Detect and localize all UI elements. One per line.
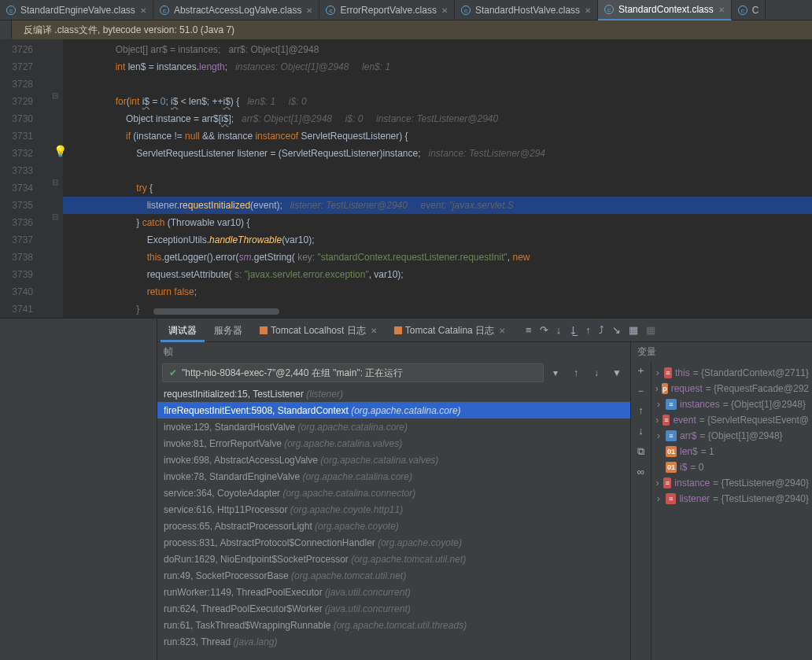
trace-icon[interactable]: ▦ [646,324,655,336]
stack-frame[interactable]: run:61, TaskThread$WrappingRunnable (org… [157,617,630,633]
var-type-icon: ≡ [663,415,670,426]
stack-frame[interactable]: fireRequestInitEvent:5908, StandardConte… [157,402,630,418]
expand-icon[interactable]: › [655,492,663,506]
stack-frame[interactable]: requestInitialized:15, TestListener (lis… [157,385,630,402]
tab-label: StandardContext.class [618,4,714,15]
debug-panel: 调试器 服务器 Tomcat Localhost 日志✕ Tomcat Cata… [0,318,812,660]
move-up-icon[interactable]: ↑ [631,404,651,425]
dropdown-arrow-icon[interactable]: ▾ [547,364,564,382]
fold-column[interactable]: ⊟ ⊟⊟ [47,39,63,318]
decompiled-banner: 反编译 .class文件, bytecode version: 51.0 (Ja… [0,20,812,39]
code-line: ServletRequestListener listener = (Servl… [63,145,812,162]
step-out-icon[interactable]: ↑ [585,324,591,336]
var-name: instances [680,397,720,411]
code-line: ExceptionUtils.handleThrowable(var10); [63,231,812,249]
file-icon: c [326,6,335,15]
code-editor[interactable]: 💡 372637273728 372937303731 373237333734… [0,39,812,318]
var-name: event [673,413,696,427]
filter-icon[interactable]: ▼ [608,364,626,382]
evaluate-icon[interactable]: ▦ [629,324,638,336]
expand-icon[interactable]: › [655,382,659,396]
force-step-into-icon[interactable]: ↓̲ [569,324,578,336]
stack-frame[interactable]: runWorker:1149, ThreadPoolExecutor (java… [157,584,630,600]
editor-tabs: c StandardEngineValve.class ✕ c Abstract… [0,0,812,20]
variable-row[interactable]: ›≡arr$ = {Object[1]@2948} [651,428,812,444]
variable-row[interactable]: ›prequest = {RequestFacade@292 [651,381,812,396]
prev-thread-icon[interactable]: ↑ [567,364,585,382]
stack-frame[interactable]: process:65, AbstractProcessorLight (org.… [157,518,630,534]
stack-frame[interactable]: invoke:698, AbstractAccessLogValve (org.… [157,452,630,468]
check-icon: ✔ [169,363,177,382]
tab-server[interactable]: 服务器 [206,319,250,342]
stack-frame[interactable]: service:616, Http11Processor (org.apache… [157,501,630,518]
add-watch-icon[interactable]: ＋ [631,363,651,384]
next-thread-icon[interactable]: ↓ [588,364,605,382]
code-line: return false; [63,283,812,301]
show-exec-point-icon[interactable]: ≡ [526,324,532,336]
tab-localhost-log[interactable]: Tomcat Localhost 日志✕ [252,319,385,342]
step-over-icon[interactable]: ↷ [540,324,548,336]
expand-icon[interactable]: › [655,397,663,411]
variable-row[interactable]: ›≡this = {StandardContext@2711} [651,365,812,381]
close-icon[interactable]: ✕ [499,326,505,335]
stack-frame[interactable]: service:364, CoyoteAdapter (org.apache.c… [157,485,630,501]
variable-row[interactable]: ›≡instance = {TestListener@2940} [651,475,812,491]
stack-frame[interactable]: invoke:129, StandardHostValve (org.apach… [157,418,630,435]
code-line: Object instance = arr$[i$]; arr$: Object… [63,110,812,127]
thread-selector: ✔ "http-nio-8084-exec-7"@2,440 在组 "main"… [162,363,626,382]
close-icon[interactable]: ✕ [306,6,312,15]
stack-frame[interactable]: doRun:1629, NioEndpoint$SocketProcessor … [157,551,630,567]
expand-icon[interactable]: › [655,429,663,443]
debug-tabs: 调试器 服务器 Tomcat Localhost 日志✕ Tomcat Cata… [157,319,812,342]
var-value: = {TestListener@2940} [713,492,809,506]
stack-frame[interactable]: run:49, SocketProcessorBase (org.apache.… [157,567,630,584]
close-icon[interactable]: ✕ [718,6,725,14]
variables-list[interactable]: ›≡this = {StandardContext@2711}›prequest… [651,362,812,660]
step-into-icon[interactable]: ↓ [556,324,562,336]
tab-abstractaccesslogvalve[interactable]: c AbstractAccessLogValve.class ✕ [153,0,320,20]
close-icon[interactable]: ✕ [585,6,591,15]
variable-row[interactable]: ›≡instances = {Object[1]@2948} [651,396,812,412]
var-type-icon: ≡ [666,430,677,441]
tab-overflow[interactable]: c C [732,0,766,20]
variable-row[interactable]: 01len$ = 1 [651,444,812,459]
tab-standardhostvalve[interactable]: c StandardHostValve.class ✕ [455,0,598,20]
code-area[interactable]: Object[] arr$ = instances; arr$: Object[… [63,39,812,318]
close-icon[interactable]: ✕ [140,6,146,15]
frames-pane: 帧 ✔ "http-nio-8084-exec-7"@2,440 在组 "mai… [157,342,631,660]
variable-row[interactable]: ›≡event = {ServletRequestEvent@ [651,412,812,428]
run-to-cursor-icon[interactable]: ↘ [612,324,621,336]
frames-list[interactable]: requestInitialized:15, TestListener (lis… [157,384,630,660]
tab-debugger[interactable]: 调试器 [161,319,205,342]
expand-icon[interactable]: › [655,366,661,380]
debug-toolbar: ≡ ↷ ↓ ↓̲ ↑ ⤴ ↘ ▦ ▦ [526,324,655,336]
close-icon[interactable]: ✕ [371,326,377,335]
expand-icon[interactable]: › [655,476,660,490]
stack-frame[interactable]: run:823, Thread (java.lang) [157,633,630,650]
tab-errorreportvalve[interactable]: c ErrorReportValve.class ✕ [319,0,454,20]
tab-standardenginevalve[interactable]: c StandardEngineValve.class ✕ [0,0,153,20]
var-value: = {TestListener@2940} [713,476,809,490]
horizontal-scrollbar[interactable] [126,308,812,316]
var-name: i$ [680,460,687,474]
close-icon[interactable]: ✕ [441,6,448,15]
var-name: instance [674,476,710,490]
code-line [63,76,812,93]
tab-standardcontext[interactable]: c StandardContext.class ✕ [598,0,732,20]
stack-frame[interactable]: invoke:81, ErrorReportValve (org.apache.… [157,435,630,452]
remove-watch-icon[interactable]: － [631,384,651,404]
tab-catalina-log[interactable]: Tomcat Catalina 日志✕ [386,319,513,342]
thread-dropdown[interactable]: ✔ "http-nio-8084-exec-7"@2,440 在组 "main"… [162,363,544,382]
move-down-icon[interactable]: ↓ [631,425,651,445]
var-name: arr$ [680,429,696,443]
variable-row[interactable]: 01i$ = 0 [651,459,812,475]
stack-frame[interactable]: process:831, AbstractProtocol$Connection… [157,534,630,551]
variable-row[interactable]: ›≡listener = {TestListener@2940} [651,491,812,507]
copy-icon[interactable]: ⧉ [631,445,651,466]
stack-frame[interactable]: run:624, ThreadPoolExecutor$Worker (java… [157,600,630,617]
expand-icon[interactable]: › [655,413,659,427]
file-icon: c [738,6,747,15]
drop-frame-icon[interactable]: ⤴ [599,324,604,336]
link-icon[interactable]: ∞ [631,466,651,486]
stack-frame[interactable]: invoke:78, StandardEngineValve (org.apac… [157,468,630,485]
